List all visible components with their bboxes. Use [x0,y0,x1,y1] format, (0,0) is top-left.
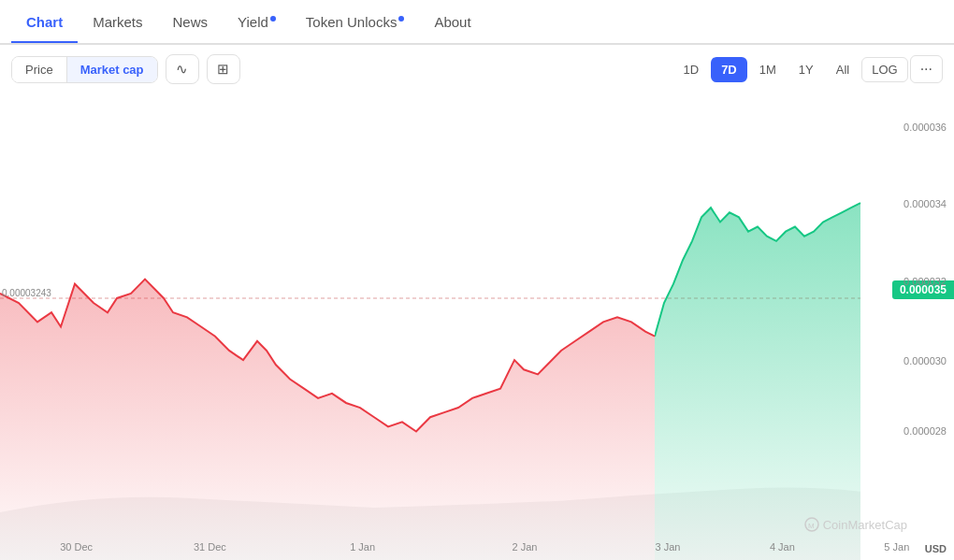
candle-chart-button[interactable]: ⊞ [207,54,240,84]
x-label-31dec: 31 Dec [194,541,226,553]
tab-about[interactable]: About [419,3,485,41]
green-fill [655,203,860,560]
y-label-28: 0.000028 [903,425,947,437]
view-toggle: Price Market cap [11,56,158,83]
time-1d[interactable]: 1D [673,57,710,82]
yield-dot [270,16,276,22]
x-label-5jan: 5 Jan [884,541,909,553]
tab-markets[interactable]: Markets [78,3,157,41]
tab-chart[interactable]: Chart [11,3,78,41]
market-cap-button[interactable]: Market cap [67,57,157,82]
nav-tabs: Chart Markets News Yield Token Unlocks A… [0,0,954,45]
chart-svg [0,93,954,560]
time-1m[interactable]: 1M [749,57,787,82]
time-1y[interactable]: 1Y [788,57,824,82]
x-label-1jan: 1 Jan [350,541,375,553]
watermark: M CoinMarketCap [804,517,907,532]
coinmarketcap-icon: M [804,517,819,532]
time-all[interactable]: All [826,57,860,82]
x-label-2jan: 2 Jan [513,541,538,553]
token-unlocks-dot [398,16,404,22]
y-label-36: 0.000036 [903,122,947,133]
red-fill [0,280,655,560]
tab-yield[interactable]: Yield [223,3,291,41]
tab-token-unlocks[interactable]: Token Unlocks [291,3,420,41]
y-label-30: 0.000030 [903,355,947,366]
x-label-30dec: 30 Dec [60,541,93,553]
line-chart-button[interactable]: ∿ [166,54,199,84]
chart-area: 0.00003243 0.000035 0.000036 0.000034 0.… [0,93,954,560]
toolbar: Price Market cap ∿ ⊞ 1D 7D 1M 1Y All LOG… [0,45,954,93]
y-label-34: 0.000034 [903,198,947,209]
x-label-4jan: 4 Jan [770,541,795,553]
price-button[interactable]: Price [12,57,67,82]
tab-news[interactable]: News [158,3,224,41]
time-range-group: 1D 7D 1M 1Y All LOG ··· [673,55,943,83]
currency-label: USD [925,543,947,554]
y-label-32: 0.000032 [903,276,947,287]
start-price-label: 0.00003243 [2,288,51,298]
more-button[interactable]: ··· [910,55,943,83]
time-7d[interactable]: 7D [711,57,747,82]
x-label-3jan: 3 Jan [656,541,681,553]
svg-text:M: M [808,522,815,530]
time-log[interactable]: LOG [861,57,907,82]
